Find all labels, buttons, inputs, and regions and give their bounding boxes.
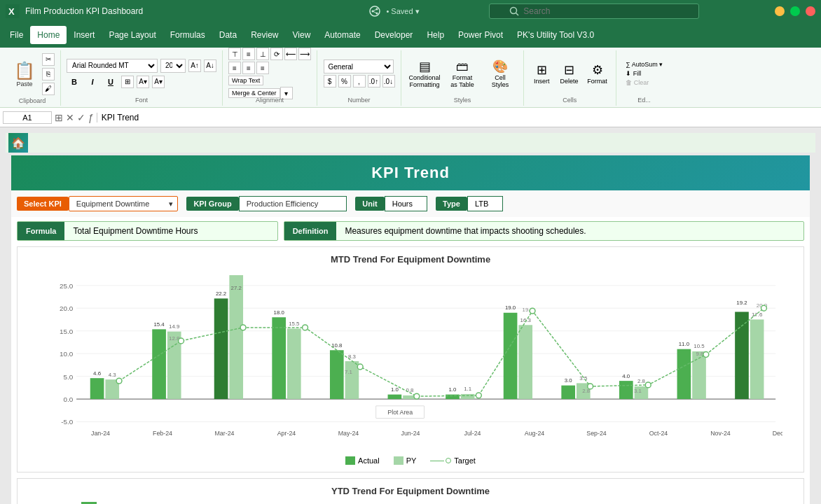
align-center-btn[interactable]: ≡ — [242, 62, 255, 74]
menu-bar: File Home Insert Page Layout Formulas Da… — [0, 22, 821, 48]
fill-color-button[interactable]: A▾ — [137, 76, 149, 88]
unit-dropdown[interactable]: Hours — [385, 196, 427, 211]
cancel-icon[interactable]: ✕ — [66, 112, 74, 123]
bar-actual-mar — [214, 298, 228, 399]
bold-button[interactable]: B — [67, 75, 82, 89]
svg-text:15.0: 15.0 — [60, 328, 74, 335]
ribbon-group-font: Arial Rounded MT 20 A↑ A↓ B I U ⊞ A▾ A▾ … — [61, 50, 223, 106]
format-painter-button[interactable]: 🖌 — [42, 83, 55, 95]
font-color-button[interactable]: A▾ — [152, 76, 165, 88]
cell-reference-box[interactable] — [3, 111, 52, 124]
increase-font-btn[interactable]: A↑ — [188, 59, 201, 72]
svg-point-2 — [370, 6, 380, 16]
unit-label: Unit — [355, 197, 384, 211]
clipboard-label: Clipboard — [19, 97, 46, 104]
minimize-btn[interactable] — [775, 6, 785, 16]
delete-btn[interactable]: ⊟ Delete — [557, 60, 582, 87]
menu-pk-utility[interactable]: PK's Utility Tool V3.0 — [510, 26, 601, 44]
svg-text:19.0: 19.0 — [505, 304, 516, 311]
target-point — [414, 393, 420, 399]
decrease-decimal-btn[interactable]: .0↓ — [382, 75, 395, 88]
target-point — [240, 325, 246, 330]
confirm-icon[interactable]: ✓ — [77, 112, 85, 123]
search-box[interactable] — [489, 4, 699, 19]
autosum-btn[interactable]: ∑ AutoSum▾ — [626, 61, 662, 68]
expand-icon[interactable]: ⊞ — [55, 112, 63, 123]
ribbon-group-styles: ▤ Conditional Formatting 🗃 Format as Tab… — [401, 50, 524, 106]
maximize-btn[interactable] — [790, 6, 800, 16]
search-input[interactable] — [523, 6, 677, 16]
indent-decrease-btn[interactable]: ⟵ — [284, 48, 297, 60]
function-icon[interactable]: ƒ — [88, 112, 94, 123]
align-top-btn[interactable]: ⊤ — [228, 48, 241, 60]
font-size-select[interactable]: 20 — [160, 59, 186, 73]
align-middle-btn[interactable]: ≡ — [242, 48, 255, 60]
conditional-formatting-btn[interactable]: ▤ Conditional Formatting — [407, 57, 442, 90]
kpi-group-dropdown[interactable]: Production Efficiency — [239, 196, 347, 211]
paste-button[interactable]: 📋 Paste — [10, 59, 39, 90]
format-as-table-btn[interactable]: 🗃 Format as Table — [445, 57, 480, 90]
svg-text:10.5: 10.5 — [694, 343, 705, 349]
increase-decimal-btn[interactable]: .0↑ — [368, 75, 380, 88]
legend-py: PY — [394, 456, 417, 465]
kpi-header: KPI Trend — [11, 155, 810, 190]
wrap-text-button[interactable]: Wrap Text — [228, 76, 263, 85]
menu-view[interactable]: View — [286, 26, 318, 44]
chart-legend: Actual PY Target — [25, 456, 796, 465]
clear-btn[interactable]: 🗑 Clear — [626, 79, 662, 86]
menu-developer[interactable]: Developer — [368, 26, 420, 44]
bar-actual-apr — [272, 317, 286, 399]
comma-btn[interactable]: , — [353, 75, 366, 88]
menu-page-layout[interactable]: Page Layout — [102, 26, 163, 44]
fill-btn[interactable]: ⬇ Fill — [626, 70, 662, 77]
menu-help[interactable]: Help — [420, 26, 451, 44]
bar-actual-may — [330, 350, 344, 399]
ribbon-group-clipboard: 📋 Paste ✂ ⎘ 🖌 Clipboard — [4, 50, 61, 106]
type-dropdown[interactable]: LTB — [467, 196, 503, 211]
align-bottom-btn[interactable]: ⊥ — [256, 48, 269, 60]
svg-text:1.1: 1.1 — [464, 386, 471, 392]
underline-button[interactable]: U — [103, 75, 118, 89]
percent-btn[interactable]: % — [338, 75, 351, 88]
menu-home[interactable]: Home — [30, 26, 67, 44]
format-btn[interactable]: ⚙ Format — [585, 60, 610, 87]
type-group: Type LTB — [436, 196, 503, 211]
home-button[interactable]: 🏠 — [8, 133, 28, 153]
legend-py-box — [394, 456, 403, 465]
insert-btn[interactable]: ⊞ Insert — [530, 60, 554, 87]
menu-review[interactable]: Review — [244, 26, 285, 44]
cell-styles-btn[interactable]: 🎨 Cell Styles — [483, 57, 518, 90]
align-right-btn[interactable]: ≡ — [256, 62, 269, 74]
select-kpi-dropdown[interactable]: Equipment Downtime ▾ — [69, 196, 179, 211]
decrease-font-btn[interactable]: A↓ — [204, 59, 216, 72]
definition-content-text: Measures equipment downtime that impacts… — [336, 222, 594, 240]
menu-power-pivot[interactable]: Power Pivot — [451, 26, 510, 44]
menu-insert[interactable]: Insert — [67, 26, 102, 44]
font-name-select[interactable]: Arial Rounded MT — [67, 59, 158, 73]
menu-data[interactable]: Data — [212, 26, 244, 44]
title-bar: X Film Production KPI Dashboard • Saved … — [0, 0, 821, 22]
svg-text:Feb-24: Feb-24 — [153, 430, 172, 437]
italic-button[interactable]: I — [85, 75, 100, 89]
bar-py-mar — [229, 275, 243, 399]
spreadsheet-area: 🏠 KPI Trend Select KPI Equipment Downtim… — [0, 127, 821, 504]
ribbon-group-editing: ∑ AutoSum▾ ⬇ Fill 🗑 Clear Ed... — [616, 50, 672, 106]
close-btn[interactable] — [806, 6, 815, 16]
indent-increase-btn[interactable]: ⟶ — [298, 48, 311, 60]
align-left-btn[interactable]: ≡ — [228, 62, 241, 74]
menu-file[interactable]: File — [3, 26, 30, 44]
cut-button[interactable]: ✂ — [42, 53, 55, 66]
copy-button[interactable]: ⎘ — [42, 68, 55, 80]
menu-formulas[interactable]: Formulas — [163, 26, 212, 44]
legend-actual-box — [345, 456, 355, 465]
svg-text:1.0: 1.0 — [449, 386, 457, 393]
svg-text:Sep-24: Sep-24 — [586, 430, 607, 437]
dollar-btn[interactable]: $ — [324, 75, 336, 88]
svg-text:4.0: 4.0 — [622, 373, 630, 379]
orientation-btn[interactable]: ⟳ — [270, 48, 283, 60]
number-format-select[interactable]: General — [324, 59, 394, 74]
border-button[interactable]: ⊞ — [121, 76, 134, 88]
menu-automate[interactable]: Automate — [317, 26, 367, 44]
controls-row: Select KPI Equipment Downtime ▾ KPI Grou… — [11, 190, 810, 217]
svg-text:27.2: 27.2 — [231, 285, 242, 291]
